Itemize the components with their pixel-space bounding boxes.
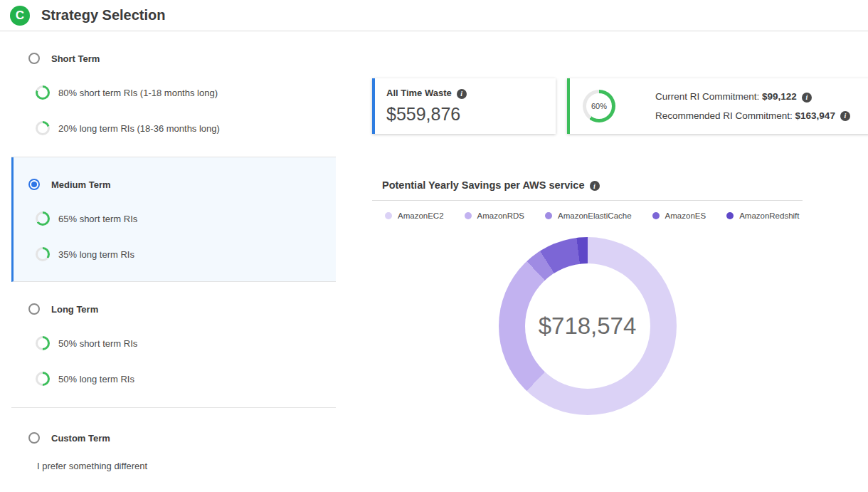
info-icon[interactable] (457, 89, 467, 99)
progress-ring-icon (36, 85, 50, 100)
waste-card-title-text: All Time Waste (386, 88, 452, 98)
current-commitment-value: $99,122 (762, 91, 797, 102)
legend-dot-icon (385, 212, 392, 219)
progress-ring-icon (36, 372, 50, 386)
ri-option: 50% short term RIs (36, 336, 336, 350)
legend-dot-icon (545, 212, 552, 219)
strategy-label: Custom Term (51, 433, 110, 444)
legend-dot-icon (726, 212, 734, 219)
brand-logo-icon: C (10, 6, 30, 26)
legend-item[interactable]: AmazonRDS (465, 211, 524, 220)
commitment-lines: Current RI Commitment: $99,122 Recommend… (655, 91, 850, 121)
legend-item[interactable]: AmazonES (652, 211, 706, 220)
progress-ring-icon (36, 121, 50, 135)
page-title: Strategy Selection (41, 7, 166, 23)
summary-cards: All Time Waste $559,876 60% Current RI C… (372, 78, 868, 134)
commitment-percent-ring: 60% (583, 90, 615, 122)
app-header: C Strategy Selection (0, 0, 868, 31)
progress-ring-icon (36, 336, 50, 350)
chart-legend: AmazonEC2AmazonRDSAmazonElastiCacheAmazo… (385, 211, 803, 220)
ri-option-label: 35% long term RIs (58, 249, 134, 260)
ri-option: 20% long term RIs (18-36 months long) (36, 121, 336, 135)
ri-option-label: 65% short term RIs (58, 214, 137, 224)
ri-option: 50% long term RIs (36, 372, 336, 386)
commitment-percent-label: 60% (583, 90, 615, 122)
legend-label: AmazonES (665, 211, 706, 220)
waste-card-value: $559,876 (386, 104, 544, 125)
strategy-label: Long Term (51, 304, 98, 315)
strategy-label: Short Term (51, 53, 100, 64)
strategy-group-custom-term: Custom Term I prefer something different (11, 408, 336, 492)
savings-total: $718,574 (499, 237, 677, 415)
ri-option-label: 20% long term RIs (18-36 months long) (58, 123, 220, 134)
radio-medium-term[interactable] (28, 179, 40, 190)
info-icon[interactable] (840, 111, 850, 121)
info-icon[interactable] (802, 93, 812, 103)
progress-ring-icon (36, 211, 50, 226)
strategy-option-custom-term[interactable]: Custom Term (28, 432, 336, 444)
ri-option: 80% short term RIs (1-18 months long) (36, 85, 336, 100)
savings-title: Potential Yearly Savings per AWS service (382, 179, 585, 191)
ri-option: 35% long term RIs (36, 247, 336, 261)
ri-commitment-card: 60% Current RI Commitment: $99,122 Recom… (567, 78, 868, 134)
info-icon[interactable] (590, 181, 600, 191)
divider (372, 200, 803, 201)
recommended-commitment-value: $163,947 (795, 110, 835, 121)
radio-custom-term[interactable] (28, 432, 40, 444)
strategy-option-short-term[interactable]: Short Term (28, 53, 336, 64)
waste-card-title: All Time Waste (386, 88, 544, 99)
radio-short-term[interactable] (28, 53, 40, 64)
savings-donut-chart: $718,574 (499, 237, 677, 415)
ri-option-label: 50% short term RIs (58, 338, 137, 349)
recommended-commitment-label: Recommended RI Commitment: (655, 110, 793, 121)
ri-option: 65% short term RIs (36, 211, 336, 226)
legend-item[interactable]: AmazonElastiCache (545, 211, 632, 220)
custom-term-description: I prefer something different (37, 461, 336, 471)
strategy-option-long-term[interactable]: Long Term (28, 303, 336, 315)
legend-label: AmazonElastiCache (558, 211, 632, 220)
strategy-option-medium-term[interactable]: Medium Term (28, 179, 336, 190)
progress-ring-icon (36, 247, 50, 261)
legend-dot-icon (652, 212, 660, 219)
strategy-group-short-term: Short Term 80% short term RIs (1-18 mont… (11, 31, 336, 157)
savings-title-row: Potential Yearly Savings per AWS service (372, 179, 803, 191)
strategy-label: Medium Term (51, 179, 111, 190)
legend-label: AmazonRDS (477, 211, 524, 220)
current-commitment-line: Current RI Commitment: $99,122 (655, 91, 850, 102)
all-time-waste-card: All Time Waste $559,876 (372, 78, 556, 134)
current-commitment-label: Current RI Commitment: (655, 91, 759, 102)
legend-item[interactable]: AmazonRedshift (726, 211, 799, 220)
legend-item[interactable]: AmazonEC2 (385, 211, 444, 220)
ri-option-label: 50% long term RIs (58, 374, 134, 384)
strategy-group-medium-term: Medium Term 65% short term RIs 35% long … (11, 157, 336, 282)
ri-option-label: 80% short term RIs (1-18 months long) (58, 88, 218, 98)
strategy-list: Short Term 80% short term RIs (1-18 mont… (11, 31, 336, 492)
legend-dot-icon (465, 212, 472, 219)
recommended-commitment-line: Recommended RI Commitment: $163,947 (655, 110, 850, 121)
strategy-group-long-term: Long Term 50% short term RIs 50% long te… (11, 282, 336, 408)
legend-label: AmazonEC2 (398, 211, 444, 220)
legend-label: AmazonRedshift (739, 211, 799, 220)
donut-wrap: $718,574 (372, 237, 803, 415)
radio-long-term[interactable] (28, 303, 40, 315)
savings-panel: Potential Yearly Savings per AWS service… (372, 179, 803, 415)
